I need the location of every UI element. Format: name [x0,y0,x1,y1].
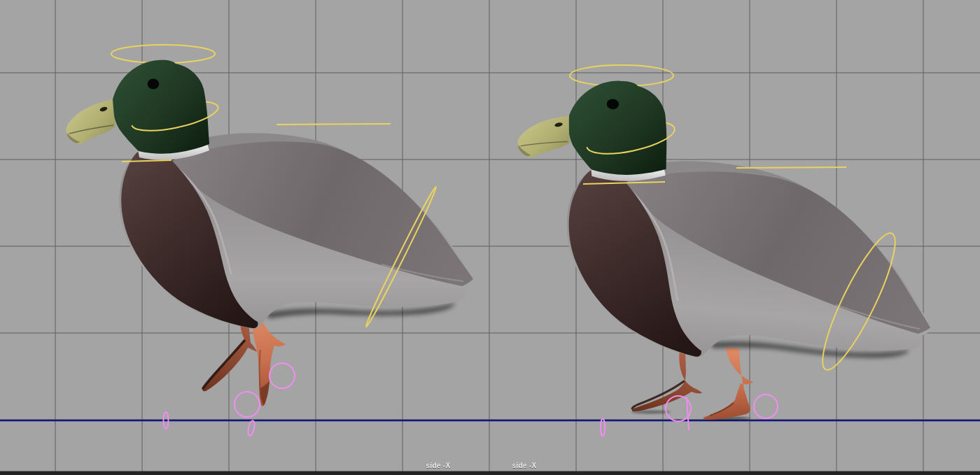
duck-right-back-foot-shadow [631,411,671,414]
scene-svg: side -X side -X [0,0,980,475]
camera-label-left: side -X [426,462,451,469]
viewport-bottom-bar [0,472,980,475]
back-guide-line-right[interactable] [736,167,846,168]
viewport-canvas[interactable]: side -X side -X [0,0,980,475]
back-guide-line-left[interactable] [276,124,391,125]
camera-label-right: side -X [512,462,537,469]
